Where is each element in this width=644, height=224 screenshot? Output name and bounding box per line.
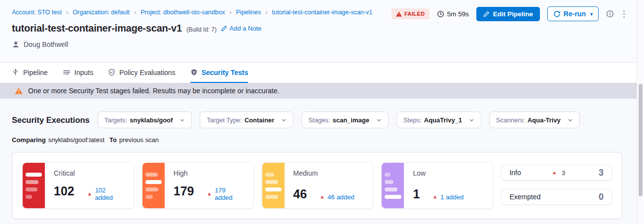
- filter-scanners[interactable]: Scanners: Aqua-Trivy: [489, 112, 580, 128]
- scrollbar-thumb[interactable]: [639, 84, 643, 196]
- severity-count: 179: [174, 184, 194, 198]
- warning-banner: One or more Security Test stages failed.…: [0, 83, 637, 99]
- filter-value: snyklabs/goof: [130, 116, 173, 124]
- severity-card-body: High 179 ▲ 179 added: [165, 163, 253, 208]
- edit-pipeline-button[interactable]: Edit Pipeline: [476, 7, 540, 21]
- breadcrumb-separator: ›: [229, 8, 231, 16]
- severity-card-critical[interactable]: Critical 102 ▲ 102 added: [22, 162, 134, 209]
- warning-triangle-icon: [396, 11, 402, 17]
- pipeline-icon: [12, 69, 19, 76]
- chevron-down-icon: [179, 117, 185, 123]
- severity-meter-icon: [382, 163, 404, 208]
- comparing-target: snyklabs/goof:latest: [48, 136, 105, 144]
- caret-down-icon[interactable]: ▾: [590, 11, 593, 17]
- severity-label: Low: [413, 169, 484, 177]
- filter-value: Container: [245, 116, 275, 124]
- added-indicator: ▲ 46 added: [320, 193, 354, 201]
- page-title: tutorial-test-container-image-scan-v1: [12, 23, 182, 34]
- filter-value: Aqua-Trivy: [528, 116, 561, 124]
- vertical-scrollbar[interactable]: [637, 0, 644, 224]
- severity-card-body: Medium 46 ▲ 46 added: [285, 163, 373, 208]
- info-count: 3: [599, 168, 604, 178]
- breadcrumb-project[interactable]: Project: dbothwell-sto-sandbox: [141, 9, 225, 16]
- more-options-icon[interactable]: [621, 8, 627, 20]
- tab-inputs[interactable]: Inputs: [63, 63, 93, 83]
- rerun-label: Re-run: [564, 10, 586, 18]
- breadcrumb-organization[interactable]: Organization: default: [73, 9, 130, 16]
- build-id: (Build Id: 7): [186, 26, 216, 33]
- added-indicator: ▲ 179 added: [207, 187, 245, 201]
- exempted-label: Exempted: [509, 193, 552, 201]
- title-row: tutorial-test-container-image-scan-v1 (B…: [12, 23, 637, 34]
- added-text: 1 added: [440, 193, 464, 201]
- triangle-up-icon: ▲: [87, 191, 92, 196]
- breadcrumb-account[interactable]: Account: STO test: [12, 9, 62, 16]
- filter-value: AquaTrivy_1: [424, 116, 462, 124]
- triangle-up-icon: ▲: [552, 170, 557, 175]
- side-cards-column: Info ▲ 3 3 Exempted 0: [501, 162, 612, 209]
- filter-label: Target Type:: [207, 116, 242, 124]
- filter-pills: Targets: snyklabs/goof Target Type: Cont…: [98, 112, 580, 128]
- tab-policy-evaluations[interactable]: Policy Evaluations: [108, 63, 176, 83]
- tab-pipeline[interactable]: Pipeline: [12, 63, 48, 83]
- header-actions: FAILED 5m 59s Edit Pipeline Re-run ▾: [392, 6, 627, 21]
- severity-card-medium[interactable]: Medium 46 ▲ 46 added: [262, 162, 374, 209]
- execution-tabs: Pipeline Inputs Policy Evaluations Secur…: [0, 63, 637, 83]
- added-text: 179 added: [215, 187, 244, 201]
- info-card[interactable]: Info ▲ 3 3: [501, 165, 612, 181]
- comparing-label: Comparing: [12, 136, 46, 144]
- added-indicator: ▲ 102 added: [87, 187, 125, 201]
- warning-banner-text: One or more Security Test stages failed.…: [28, 87, 279, 95]
- chevron-down-icon: [376, 117, 382, 123]
- clock-icon: [437, 10, 444, 18]
- severity-count: 46: [293, 187, 307, 201]
- pipeline-execution-page: Account: STO test › Organization: defaul…: [0, 0, 644, 224]
- filter-stages[interactable]: Stages: scan_image: [301, 112, 389, 128]
- breadcrumb-pipeline-name[interactable]: tutorial-test-container-image-scan-v1: [272, 9, 373, 16]
- exempted-card[interactable]: Exempted 0: [501, 189, 612, 205]
- severity-count: 1: [413, 187, 420, 201]
- chevron-down-icon: [568, 117, 573, 123]
- triangle-up-icon: ▲: [320, 194, 324, 199]
- status-badge: FAILED: [392, 8, 429, 19]
- pencil-icon: [483, 11, 490, 17]
- filter-label: Targets:: [105, 116, 127, 124]
- inputs-icon: [63, 69, 71, 76]
- add-note-link[interactable]: Add a Note: [221, 25, 261, 32]
- severity-card-high[interactable]: High 179 ▲ 179 added: [142, 162, 254, 209]
- filter-targets[interactable]: Targets: snyklabs/goof: [98, 112, 192, 128]
- chevron-down-icon: [281, 117, 286, 123]
- pencil-icon: [221, 25, 227, 32]
- filter-steps[interactable]: Steps: AquaTrivy_1: [396, 112, 481, 128]
- added-indicator: ▲ 3: [552, 169, 565, 177]
- info-label: Info: [509, 169, 552, 177]
- severity-meter-icon: [143, 163, 165, 208]
- shield-check-icon: [108, 69, 115, 76]
- info-icon[interactable]: [606, 10, 614, 18]
- security-tests-content: Security Executions Targets: snyklabs/go…: [0, 99, 637, 219]
- severity-label: Critical: [54, 169, 125, 177]
- severity-card-body: Low 1 ▲ 1 added: [404, 163, 493, 208]
- tab-security-tests[interactable]: Security Tests: [190, 63, 249, 83]
- severity-meter-icon: [262, 163, 285, 208]
- breadcrumb-pipelines[interactable]: Pipelines: [236, 9, 261, 16]
- section-heading: Security Executions: [12, 115, 90, 125]
- rerun-button[interactable]: Re-run ▾: [547, 6, 599, 21]
- triangle-up-icon: ▲: [207, 191, 212, 196]
- user-name: Doug Bothwell: [24, 40, 68, 48]
- filters-row: Security Executions Targets: snyklabs/go…: [12, 112, 622, 128]
- added-count: 3: [562, 169, 565, 177]
- severity-card-low[interactable]: Low 1 ▲ 1 added: [381, 162, 493, 209]
- added-text: 102 added: [95, 187, 125, 201]
- add-note-label: Add a Note: [229, 25, 261, 32]
- refresh-icon: [553, 10, 561, 18]
- duration-text: 5m 59s: [447, 10, 469, 18]
- main-area: Account: STO test › Organization: defaul…: [0, 0, 637, 224]
- execution-duration: 5m 59s: [437, 10, 469, 18]
- filter-target-type[interactable]: Target Type: Container: [200, 112, 293, 128]
- severity-label: High: [174, 169, 245, 177]
- tab-label: Pipeline: [23, 69, 48, 76]
- severity-meter-icon: [23, 163, 45, 208]
- triggered-by: Doug Bothwell: [12, 40, 637, 48]
- chevron-down-icon: [469, 117, 474, 123]
